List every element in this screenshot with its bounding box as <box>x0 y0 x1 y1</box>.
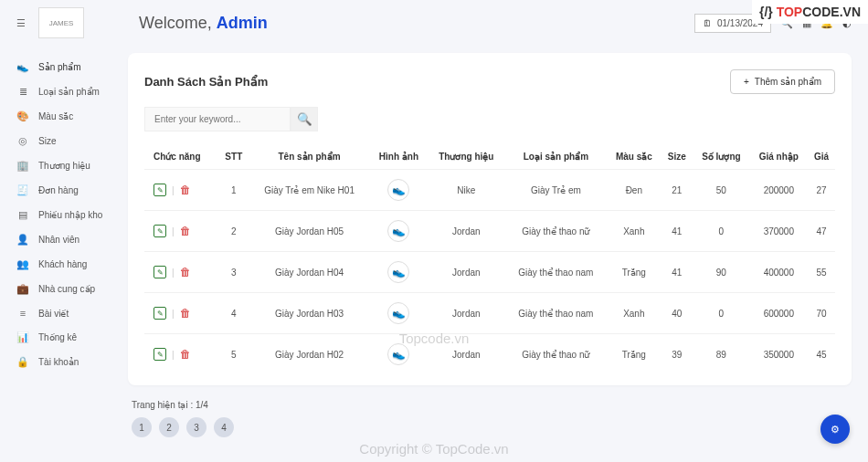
column-header: Số lượng <box>693 144 749 170</box>
hamburger-icon[interactable]: ☰ <box>16 17 26 29</box>
nav-icon: 👥 <box>16 258 29 270</box>
page-button[interactable]: 1 <box>132 417 152 437</box>
cell-type: Giày Trẻ em <box>505 170 608 211</box>
cell-price: 45 <box>808 334 835 375</box>
sidebar-item[interactable]: 👥Khách hàng <box>0 252 128 277</box>
page-button[interactable]: 4 <box>214 417 234 437</box>
cell-color: Xanh <box>607 293 661 334</box>
cell-brand: Jordan <box>428 334 504 375</box>
cell-brand: Nike <box>428 170 504 211</box>
cell-size: 41 <box>661 252 693 293</box>
nav-icon: ≡ <box>16 308 29 319</box>
column-header: Thương hiệu <box>428 144 504 170</box>
cell-name: Giày Jordan H03 <box>249 293 369 334</box>
settings-fab[interactable]: ⚙ <box>820 415 850 444</box>
nav-icon: 🏢 <box>16 160 29 172</box>
sidebar-item[interactable]: 👤Nhân viên <box>0 227 128 252</box>
cell-price: 55 <box>808 252 835 293</box>
sidebar-item[interactable]: 🧾Đơn hàng <box>0 178 128 203</box>
plus-icon: + <box>744 77 749 87</box>
add-product-button[interactable]: + Thêm sản phẩm <box>730 69 835 94</box>
cell-brand: Jordan <box>428 211 504 252</box>
cell-type: Giày thể thao nam <box>505 252 608 293</box>
cell-stt: 1 <box>218 170 249 211</box>
cell-price: 47 <box>808 211 835 252</box>
column-header: Giá nhập <box>750 144 808 170</box>
sidebar-item[interactable]: 🎨Màu sắc <box>0 104 128 129</box>
table-row: ✎ | 🗑 3 Giày Jordan H04 👟 Jordan Giày th… <box>144 252 835 293</box>
product-list-card: Danh Sách Sản Phẩm + Thêm sản phẩm 🔍 Chứ… <box>128 53 852 385</box>
edit-button[interactable]: ✎ <box>153 307 166 320</box>
cell-name: Giày Trẻ em Nike H01 <box>249 170 369 211</box>
nav-label: Đơn hàng <box>38 185 79 195</box>
sidebar-item[interactable]: 📊Thống kê <box>0 325 128 350</box>
column-header: Giá <box>808 144 835 170</box>
page-button[interactable]: 2 <box>159 417 179 437</box>
delete-button[interactable]: 🗑 <box>180 225 191 237</box>
sidebar-item[interactable]: 👟Sản phẩm <box>0 55 128 79</box>
delete-button[interactable]: 🗑 <box>180 184 191 196</box>
nav-label: Loại sản phẩm <box>38 87 100 97</box>
edit-button[interactable]: ✎ <box>153 266 166 278</box>
cell-qty: 0 <box>693 211 749 252</box>
cell-type: Giày thể thao nữ <box>505 211 608 252</box>
edit-button[interactable]: ✎ <box>153 348 166 361</box>
cell-name: Giày Jordan H04 <box>249 252 369 293</box>
search-input[interactable] <box>144 107 291 131</box>
pagination-label: Trang hiện tại : 1/4 <box>132 400 852 410</box>
cell-stt: 5 <box>218 334 249 375</box>
cell-size: 21 <box>661 170 693 211</box>
card-title: Danh Sách Sản Phẩm <box>144 75 268 89</box>
product-thumbnail: 👟 <box>387 261 409 283</box>
nav-label: Phiếu nhập kho <box>38 210 102 220</box>
cell-stt: 3 <box>218 252 249 293</box>
topcode-logo: {/} TOPCODE.VN <box>752 0 868 24</box>
cell-price-in: 370000 <box>750 211 808 252</box>
sidebar-item[interactable]: ≣Loại sản phẩm <box>0 79 128 104</box>
nav-label: Nhân viên <box>38 235 79 245</box>
product-table: Chức năngSTTTên sản phẩmHình ảnhThương h… <box>144 144 835 374</box>
cell-qty: 90 <box>693 252 749 293</box>
product-thumbnail: 👟 <box>387 343 409 365</box>
cell-color: Đen <box>607 170 661 211</box>
nav-label: Màu sắc <box>38 111 73 121</box>
sidebar-item[interactable]: 🏢Thương hiệu <box>0 153 128 178</box>
cell-size: 39 <box>661 334 693 375</box>
cell-price-in: 200000 <box>750 170 808 211</box>
sidebar-item[interactable]: 🔒Tài khoản <box>0 350 128 374</box>
cell-type: Giày thể thao nữ <box>505 334 608 375</box>
nav-icon: ≣ <box>16 86 29 98</box>
nav-icon: 🧾 <box>16 184 29 196</box>
edit-button[interactable]: ✎ <box>153 225 166 237</box>
nav-label: Nhà cung cấp <box>38 284 95 294</box>
cell-qty: 0 <box>693 293 749 334</box>
logo: JAMES <box>38 7 84 38</box>
sidebar-item[interactable]: ≡Bài viết <box>0 301 128 325</box>
nav-icon: 📊 <box>16 331 29 343</box>
nav-label: Khách hàng <box>38 259 87 269</box>
cell-name: Giày Jordan H05 <box>249 211 369 252</box>
nav-icon: 👟 <box>16 61 29 73</box>
sidebar-item[interactable]: 💼Nhà cung cấp <box>0 277 128 301</box>
page-button[interactable]: 3 <box>186 417 206 437</box>
gear-icon: ⚙ <box>831 424 840 436</box>
search-button[interactable]: 🔍 <box>291 107 318 131</box>
nav-icon: 👤 <box>16 234 29 246</box>
table-row: ✎ | 🗑 5 Giày Jordan H02 👟 Jordan Giày th… <box>144 334 835 375</box>
column-header: Tên sản phẩm <box>249 144 369 170</box>
cell-price-in: 600000 <box>750 293 808 334</box>
sidebar-item[interactable]: ▤Phiếu nhập kho <box>0 203 128 227</box>
delete-button[interactable]: 🗑 <box>180 307 191 320</box>
edit-button[interactable]: ✎ <box>153 184 166 196</box>
delete-button[interactable]: 🗑 <box>180 348 191 361</box>
delete-button[interactable]: 🗑 <box>180 266 191 278</box>
sidebar-item[interactable]: ◎Size <box>0 129 128 153</box>
nav-label: Tài khoản <box>38 357 79 367</box>
cell-color: Trắng <box>607 252 661 293</box>
column-header: Loại sản phẩm <box>505 144 608 170</box>
cell-stt: 4 <box>218 293 249 334</box>
cell-price-in: 400000 <box>750 252 808 293</box>
cell-price-in: 350000 <box>750 334 808 375</box>
column-header: STT <box>218 144 249 170</box>
cell-price: 70 <box>808 293 835 334</box>
